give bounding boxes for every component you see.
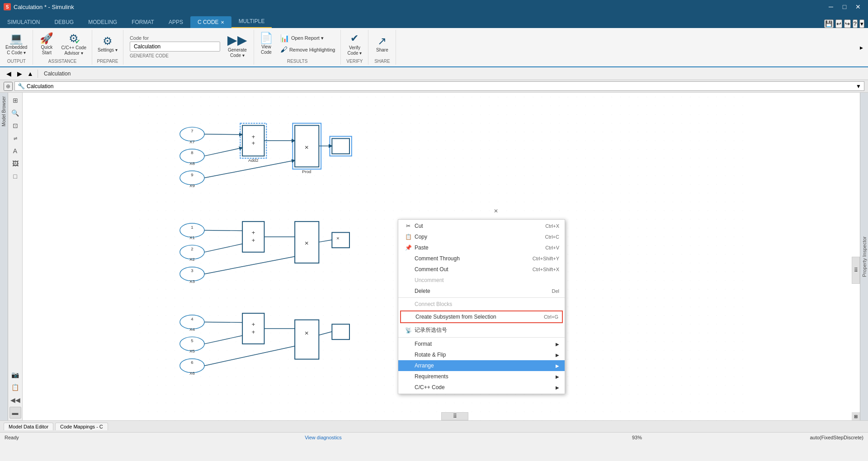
svg-text:6: 6 xyxy=(191,360,193,365)
ctx-create-subsystem[interactable]: Create Subsystem from Selection Ctrl+G xyxy=(400,310,563,323)
ribbon-collapse-button[interactable]: ▸ xyxy=(856,42,866,52)
results-section-label: RESULTS xyxy=(287,58,307,65)
bottom-tabs: Model Data Editor Code Mappings - C xyxy=(0,420,868,432)
ctx-record-signals[interactable]: 📡 记录所选信号 xyxy=(398,324,565,336)
svg-text:×: × xyxy=(336,235,340,241)
tab-simulation[interactable]: SIMULATION xyxy=(0,16,47,28)
model-browser-tab[interactable]: Model Browser xyxy=(1,94,7,128)
quick-start-button[interactable]: 🚀 QuickStart xyxy=(36,30,57,57)
collapse-button[interactable]: ◀◀ xyxy=(9,394,21,406)
canvas[interactable]: 7 X7 8 X8 + + Add2 9 X9 × Prod xyxy=(23,93,860,420)
tab-multiple[interactable]: MULTIPLE xyxy=(231,15,272,28)
toolbar-separator xyxy=(38,70,38,78)
scroll-thumb-vertical[interactable]: ⠿ xyxy=(852,257,860,284)
code-advisor-label: C/C++ CodeAdvisor ▾ xyxy=(61,45,86,56)
ribbon-expand-button[interactable]: ▾ xyxy=(859,19,864,28)
ctx-comment-out[interactable]: Comment Out Ctrl+Shift+X xyxy=(398,264,565,275)
code-advisor-button[interactable]: ⚙ ✔ C/C++ CodeAdvisor ▾ xyxy=(58,30,89,58)
remove-highlighting-button[interactable]: 🖌 Remove Highlighting xyxy=(278,45,338,55)
ctx-cut[interactable]: ✂ Cut Ctrl+X xyxy=(398,221,565,231)
dropdown-arrow: ▼ xyxy=(856,83,861,89)
generate-code-icon: ▶▶ xyxy=(227,33,247,47)
report-button[interactable]: 📋 xyxy=(9,381,21,393)
svg-text:X2: X2 xyxy=(189,257,195,262)
tab-format[interactable]: FORMAT xyxy=(124,16,161,28)
maximize-button[interactable]: □ xyxy=(838,2,851,11)
ctx-rotate-flip[interactable]: Rotate & Flip ▶ xyxy=(398,349,565,360)
ribbon-section-assistance: 🚀 QuickStart ⚙ ✔ C/C++ CodeAdvisor ▾ ASS… xyxy=(33,30,92,65)
image-tool-button[interactable]: 🖼 xyxy=(9,158,21,169)
fit-view-button[interactable]: ⊞ xyxy=(9,94,21,106)
code-for-label: Code for xyxy=(130,35,220,41)
ribbon-content: 💻 EmbeddedC Code ▾ OUTPUT 🚀 QuickStart ⚙… xyxy=(0,28,868,66)
share-icon: ↗ xyxy=(377,35,387,47)
ctx-copy[interactable]: 📋 Copy Ctrl+C xyxy=(398,231,565,242)
ribbon: 💻 EmbeddedC Code ▾ OUTPUT 🚀 QuickStart ⚙… xyxy=(0,28,868,67)
open-report-button[interactable]: 📊 Open Report ▾ xyxy=(278,33,338,43)
ctx-cut-label: Cut xyxy=(413,223,545,229)
checkmark-icon: ✔ xyxy=(75,38,80,45)
fit-all-button[interactable]: ⊡ xyxy=(9,120,21,132)
ctx-paste[interactable]: 📌 Paste Ctrl+V xyxy=(398,242,565,253)
ctx-connect-blocks: Connect Blocks xyxy=(398,299,565,310)
ctx-format[interactable]: Format ▶ xyxy=(398,339,565,349)
svg-text:X4: X4 xyxy=(189,327,195,332)
embedded-c-code-button[interactable]: 💻 EmbeddedC Code ▾ xyxy=(3,30,30,57)
bottom-btn[interactable]: ▬ xyxy=(9,407,21,419)
verify-code-button[interactable]: ✔ VerifyCode ▾ xyxy=(344,30,365,58)
box-tool-button[interactable]: □ xyxy=(9,170,21,182)
ctx-comment-out-shortcut: Ctrl+Shift+X xyxy=(533,267,559,272)
svg-text:+: + xyxy=(251,140,255,146)
tab-modeling[interactable]: MODELING xyxy=(81,16,124,28)
view-diagnostics-link[interactable]: View diagnostics xyxy=(217,435,429,440)
ribbon-redo-button[interactable]: ↪ xyxy=(844,19,851,28)
svg-line-63 xyxy=(204,322,242,323)
generate-code-section-label: GENERATE CODE xyxy=(130,52,220,59)
minimize-button[interactable]: ─ xyxy=(825,2,837,11)
scroll-thumb-horizontal[interactable]: ⠿ xyxy=(441,412,468,420)
code-for-input[interactable] xyxy=(130,42,220,52)
nav-up-button[interactable]: ▲ xyxy=(25,69,35,79)
text-tool-button[interactable]: A xyxy=(9,145,21,157)
tab-close-icon[interactable]: ✕ xyxy=(221,20,224,25)
model-dropdown[interactable]: 🔧 Calculation ▼ xyxy=(14,81,864,91)
svg-rect-41 xyxy=(332,232,349,248)
ribbon-undo-button[interactable]: ↩ xyxy=(835,19,842,28)
scroll-corner[interactable]: ⊞ xyxy=(852,412,860,420)
svg-text:×: × xyxy=(305,143,309,151)
share-button[interactable]: ↗ Share xyxy=(371,33,393,55)
tab-code-mappings[interactable]: Code Mappings - C xyxy=(55,423,108,430)
view-code-button[interactable]: 📄 ViewCode xyxy=(257,30,276,57)
property-inspector-tab[interactable]: Property Inspector xyxy=(862,236,867,277)
ribbon-section-verify: ✔ VerifyCode ▾ VERIFY xyxy=(341,30,368,65)
ctx-requirements[interactable]: Requirements ▶ xyxy=(398,371,565,382)
window-controls: ─ □ ✕ xyxy=(825,2,864,11)
generate-code-button[interactable]: ▶▶ GenerateCode ▾ xyxy=(224,31,251,60)
ctx-paste-label: Paste xyxy=(413,245,545,251)
status-ready: Ready xyxy=(5,435,217,440)
embedded-c-code-icon: 💻 xyxy=(9,32,23,45)
svg-text:X3: X3 xyxy=(189,279,195,284)
cpp-code-submenu-arrow: ▶ xyxy=(556,385,559,390)
ribbon-save-button[interactable]: 💾 xyxy=(824,19,834,28)
ctx-separator-2 xyxy=(398,337,565,338)
zoom-in-button[interactable]: 🔍 xyxy=(9,107,21,119)
tab-c-code[interactable]: C CODE ✕ xyxy=(190,16,231,28)
ctx-delete[interactable]: Delete Del xyxy=(398,286,565,296)
ribbon-help-button[interactable]: ? xyxy=(853,19,858,28)
nav-forward-button[interactable]: ▶ xyxy=(14,69,24,79)
settings-button[interactable]: ⚙ Settings ▾ xyxy=(95,33,120,55)
close-button[interactable]: ✕ xyxy=(852,2,864,11)
tab-model-data-editor[interactable]: Model Data Editor xyxy=(4,423,53,430)
svg-text:✕: ✕ xyxy=(494,208,498,214)
ctx-comment-through[interactable]: Comment Through Ctrl+Shift+Y xyxy=(398,253,565,264)
tab-debug[interactable]: DEBUG xyxy=(47,16,81,28)
tab-apps[interactable]: APPS xyxy=(161,16,190,28)
nav-back-button[interactable]: ◀ xyxy=(4,69,14,79)
ctx-arrange[interactable]: Arrange ▶ xyxy=(398,360,565,371)
ctx-cpp-code[interactable]: C/C++ Code ▶ xyxy=(398,382,565,393)
screenshot-button[interactable]: 📷 xyxy=(9,369,21,381)
model-zoom-in-button[interactable]: ⊕ xyxy=(4,82,13,91)
breadcrumb: Calculation xyxy=(44,71,71,77)
ctx-create-subsystem-label: Create Subsystem from Selection xyxy=(414,314,544,320)
